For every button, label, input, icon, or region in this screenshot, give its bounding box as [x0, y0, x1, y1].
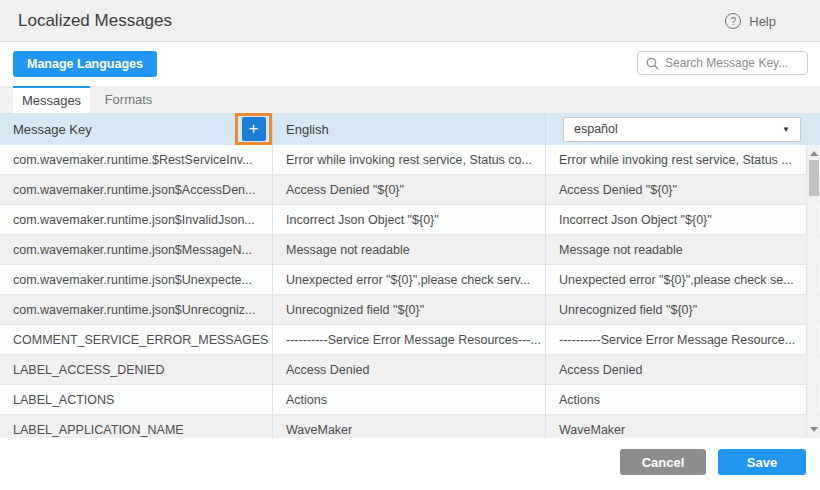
manage-languages-button[interactable]: Manage Languages [13, 51, 157, 77]
table-row: com.wavemaker.runtime.json$MessageN... M… [0, 235, 820, 265]
tab-formats[interactable]: Formats [90, 86, 167, 113]
message-key-cell[interactable]: com.wavemaker.runtime.$RestServiceInv... [0, 145, 273, 175]
table-row: com.wavemaker.runtime.json$AccessDen... … [0, 175, 820, 205]
add-key-highlight-box: + [235, 113, 272, 145]
localized-value-cell[interactable]: WaveMaker [546, 415, 820, 438]
page-title: Localized Messages [18, 11, 172, 31]
scroll-up-icon [810, 151, 818, 156]
table-row: com.wavemaker.runtime.json$Unrecogniz...… [0, 295, 820, 325]
message-key-cell[interactable]: LABEL_APPLICATION_NAME [0, 415, 273, 438]
table-row: com.wavemaker.runtime.json$InvalidJson..… [0, 205, 820, 235]
tab-bar: Messages Formats [0, 86, 820, 113]
dialog-footer: Cancel Save [0, 438, 820, 490]
message-key-cell[interactable]: LABEL_ACTIONS [0, 385, 273, 415]
messages-table-body: com.wavemaker.runtime.$RestServiceInv...… [0, 145, 820, 438]
column-header-english: English [273, 113, 546, 145]
message-key-cell[interactable]: com.wavemaker.runtime.json$AccessDen... [0, 175, 273, 205]
localized-value-cell[interactable]: Access Denied "${0}" [546, 175, 820, 205]
scrollbar-thumb[interactable] [809, 160, 819, 196]
localized-value-cell[interactable]: ----------Service Error Message Resource… [546, 325, 820, 355]
toolbar: Manage Languages [0, 42, 820, 86]
english-value-cell[interactable]: WaveMaker [273, 415, 546, 438]
language-select-value: español [574, 122, 618, 136]
chevron-down-icon: ▼ [782, 125, 790, 134]
save-button[interactable]: Save [718, 449, 806, 475]
message-key-cell[interactable]: COMMENT_SERVICE_ERROR_MESSAGES [0, 325, 273, 355]
add-message-key-button[interactable]: + [242, 117, 266, 141]
message-key-cell[interactable]: LABEL_ACCESS_DENIED [0, 355, 273, 385]
localized-value-cell[interactable]: Access Denied [546, 355, 820, 385]
column-header-english-label: English [286, 122, 329, 137]
localized-value-cell[interactable]: Error while invoking rest service, Statu… [546, 145, 820, 175]
table-scrollbar[interactable] [806, 145, 819, 438]
search-icon [646, 57, 659, 70]
scrollbar-up-button[interactable] [807, 147, 820, 160]
tab-messages[interactable]: Messages [13, 86, 90, 113]
english-value-cell[interactable]: Access Denied [273, 355, 546, 385]
search-box[interactable] [637, 51, 808, 75]
help-icon: ? [725, 13, 741, 29]
cancel-button[interactable]: Cancel [620, 449, 706, 475]
english-value-cell[interactable]: Message not readable [273, 235, 546, 265]
english-value-cell[interactable]: ----------Service Error Message Resource… [273, 325, 546, 355]
english-value-cell[interactable]: Actions [273, 385, 546, 415]
localized-value-cell[interactable]: Message not readable [546, 235, 820, 265]
localized-value-cell[interactable]: Actions [546, 385, 820, 415]
table-row: LABEL_ACTIONS Actions Actions [0, 385, 820, 415]
message-key-cell[interactable]: com.wavemaker.runtime.json$MessageN... [0, 235, 273, 265]
localized-value-cell[interactable]: Unexpected error "${0}",please check se.… [546, 265, 820, 295]
localized-messages-dialog: Localized Messages ? Help Manage Languag… [0, 0, 820, 490]
search-input[interactable] [665, 56, 799, 70]
table-row: COMMENT_SERVICE_ERROR_MESSAGES ---------… [0, 325, 820, 355]
table-row: com.wavemaker.runtime.json$Unexpecte... … [0, 265, 820, 295]
english-value-cell[interactable]: Unexpected error "${0}",please check ser… [273, 265, 546, 295]
table-row: com.wavemaker.runtime.$RestServiceInv...… [0, 145, 820, 175]
scrollbar-down-button[interactable] [807, 423, 820, 436]
column-header-message-key: Message Key + [0, 113, 273, 145]
column-header-language: español ▼ [546, 113, 820, 145]
dialog-header: Localized Messages ? Help [0, 0, 820, 42]
english-value-cell[interactable]: Incorrect Json Object "${0}" [273, 205, 546, 235]
localized-value-cell[interactable]: Incorrect Json Object "${0}" [546, 205, 820, 235]
english-value-cell[interactable]: Unrecognized field "${0}" [273, 295, 546, 325]
language-select[interactable]: español ▼ [563, 117, 801, 142]
help-button[interactable]: ? Help [725, 0, 776, 42]
english-value-cell[interactable]: Access Denied "${0}" [273, 175, 546, 205]
english-value-cell[interactable]: Error while invoking rest service, Statu… [273, 145, 546, 175]
help-label: Help [749, 14, 776, 29]
table-row: LABEL_ACCESS_DENIED Access Denied Access… [0, 355, 820, 385]
scroll-down-icon [810, 427, 818, 432]
message-key-cell[interactable]: com.wavemaker.runtime.json$Unrecogniz... [0, 295, 273, 325]
localized-value-cell[interactable]: Unrecognized field "${0}" [546, 295, 820, 325]
message-key-cell[interactable]: com.wavemaker.runtime.json$InvalidJson..… [0, 205, 273, 235]
table-row: LABEL_APPLICATION_NAME WaveMaker WaveMak… [0, 415, 820, 438]
table-header: Message Key + English español ▼ [0, 113, 820, 145]
column-header-message-key-label: Message Key [13, 122, 92, 137]
message-key-cell[interactable]: com.wavemaker.runtime.json$Unexpecte... [0, 265, 273, 295]
